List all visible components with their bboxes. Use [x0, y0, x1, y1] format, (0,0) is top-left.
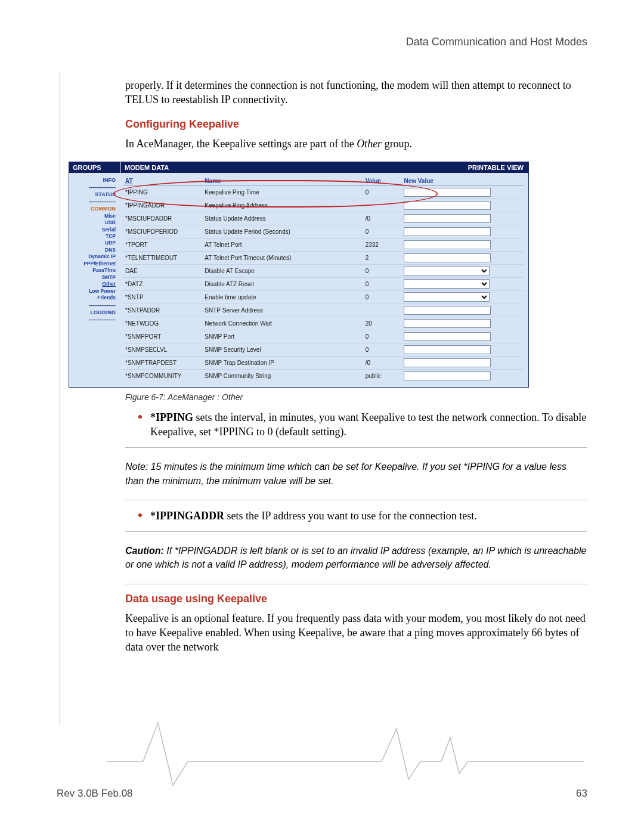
bullet2-strong: *IPPINGADDR [150, 510, 224, 522]
cell-at: DAE [123, 264, 202, 277]
cell-at: *TPORT [123, 238, 202, 251]
ace-header-printable[interactable]: PRINTABLE VIEW [463, 162, 528, 173]
col-name: Name [202, 176, 363, 186]
sidebar-item-other[interactable]: Other [72, 281, 116, 287]
cell-value: 2 [363, 251, 402, 264]
cell-value [363, 199, 402, 212]
cell-value: public [363, 369, 402, 382]
cell-newvalue [401, 225, 524, 238]
table-row: *NETWDOGNetwork Connection Wait20 [123, 317, 524, 330]
note-minimum-time: Note: 15 minutes is the minimum time whi… [125, 460, 587, 487]
newvalue-input[interactable] [404, 345, 491, 354]
cell-newvalue [401, 343, 524, 356]
cell-newvalue [401, 185, 524, 199]
cell-newvalue [401, 369, 524, 382]
caution-note: Caution: If *IPPINGADDR is left blank or… [125, 544, 587, 571]
bullet-dot-icon [138, 415, 142, 419]
cell-name: Disable AT Escape [202, 264, 363, 277]
cell-newvalue [401, 238, 524, 251]
cell-at: *DATZ [123, 277, 202, 290]
table-row: *SNMPSECLVLSNMP Security Level0 [123, 343, 524, 356]
cell-value: /0 [363, 356, 402, 369]
newvalue-input[interactable] [404, 332, 491, 341]
cell-value: 0 [363, 185, 402, 199]
cell-newvalue [401, 212, 524, 225]
cell-name: AT Telnet Port [202, 238, 363, 251]
table-row: *MSCIUPDADDRStatus Update Address/0 [123, 212, 524, 225]
sidebar-item-misc[interactable]: Misc [72, 213, 116, 219]
bullet-ippingaddr: *IPPINGADDR sets the IP address you want… [125, 509, 587, 523]
sidebar-item-common[interactable]: COMMON [72, 205, 116, 212]
sidebar-item-logging[interactable]: LOGGING [72, 309, 116, 316]
newvalue-input[interactable] [404, 306, 491, 315]
newvalue-input[interactable] [404, 227, 491, 236]
cell-name: Status Update Period (Seconds) [202, 225, 363, 238]
cell-at: *IPPING [123, 185, 202, 199]
sidebar-item-serial[interactable]: Serial [72, 227, 116, 233]
cell-at: *SNMPTRAPDEST [123, 356, 202, 369]
cell-name: Disable ATZ Reset [202, 277, 363, 290]
cell-at: *MSCIUPDADDR [123, 212, 202, 225]
sidebar-item-passthru[interactable]: PassThru [72, 267, 116, 274]
newvalue-input[interactable] [404, 214, 491, 223]
heading-data-usage: Data usage using Keepalive [125, 593, 587, 605]
table-row: *TELNETTIMEOUTAT Telnet Port Timeout (Mi… [123, 251, 524, 264]
cell-value: 2332 [363, 238, 402, 251]
cell-at: *MSCIUPDPERIOD [123, 225, 202, 238]
sidebar-sep: --------------- [72, 302, 116, 309]
conf-para-tail: group. [382, 138, 412, 150]
sidebar-item-smtp[interactable]: SMTP [72, 274, 116, 281]
cell-newvalue [401, 251, 524, 264]
ace-sidebar: INFO --------------- STATUS ------------… [69, 173, 118, 387]
table-row: DAEDisable AT Escape0 [123, 264, 524, 277]
cell-name: Keepalive Ping Time [202, 185, 363, 199]
sidebar-item-friends[interactable]: Friends [72, 295, 116, 301]
cell-value [363, 304, 402, 317]
sidebar-item-info[interactable]: INFO [72, 176, 116, 184]
sidebar-item-lowpower[interactable]: Low Power [72, 288, 116, 295]
newvalue-select[interactable] [404, 292, 490, 302]
divider [125, 531, 587, 532]
cell-name: Status Update Address [202, 212, 363, 225]
heading-configuring-keepalive: Configuring Keepalive [125, 118, 587, 131]
sidebar-item-usb[interactable]: USB [72, 219, 116, 226]
cell-newvalue [401, 304, 524, 317]
newvalue-select[interactable] [404, 266, 490, 275]
newvalue-input[interactable] [404, 201, 491, 210]
bullet-dot-icon [138, 513, 142, 517]
cell-name: Network Connection Wait [202, 317, 363, 330]
cell-value: 0 [363, 290, 402, 304]
table-row: *SNTPEnable time update0 [123, 290, 524, 304]
newvalue-input[interactable] [404, 371, 491, 380]
sidebar-item-dns[interactable]: DNS [72, 247, 116, 253]
cell-value: 0 [363, 264, 402, 277]
sidebar-item-status[interactable]: STATUS [72, 191, 116, 198]
ace-header-groups: GROUPS [69, 162, 121, 173]
cell-newvalue [401, 356, 524, 369]
cell-at: *SNMPSECLVL [123, 343, 202, 356]
cell-newvalue [401, 330, 524, 343]
newvalue-input[interactable] [404, 319, 491, 328]
sidebar-item-udp[interactable]: UDP [72, 240, 116, 246]
sidebar-sep: --------------- [72, 198, 116, 205]
newvalue-input[interactable] [404, 253, 491, 262]
newvalue-input[interactable] [404, 188, 491, 197]
table-row: *SNTPADDRSNTP Server Address [123, 304, 524, 317]
newvalue-select[interactable] [404, 279, 490, 289]
sidebar-item-tcp[interactable]: TCP [72, 233, 116, 240]
bullet2-text: sets the IP address you want to use for … [224, 510, 477, 522]
cell-at: *SNTPADDR [123, 304, 202, 317]
col-newvalue: New Value [401, 176, 524, 186]
sidebar-sep: --------------- [72, 316, 116, 323]
newvalue-input[interactable] [404, 358, 491, 367]
cell-newvalue [401, 264, 524, 277]
footer-revision: Rev 3.0B Feb.08 [57, 788, 133, 800]
sidebar-item-ppp[interactable]: PPP/Ethernet [72, 261, 116, 267]
bullet1-strong: *IPPING [150, 411, 193, 423]
newvalue-input[interactable] [404, 240, 491, 249]
page-header: Data Communication and Host Modes [57, 36, 587, 48]
cell-name: SNMP Security Level [202, 343, 363, 356]
sidebar-item-dynamic-ip[interactable]: Dynamic IP [72, 253, 116, 260]
cell-at: *SNMPCOMMUNITY [123, 369, 202, 382]
caution-text: If *IPPINGADDR is left blank or is set t… [125, 546, 586, 569]
